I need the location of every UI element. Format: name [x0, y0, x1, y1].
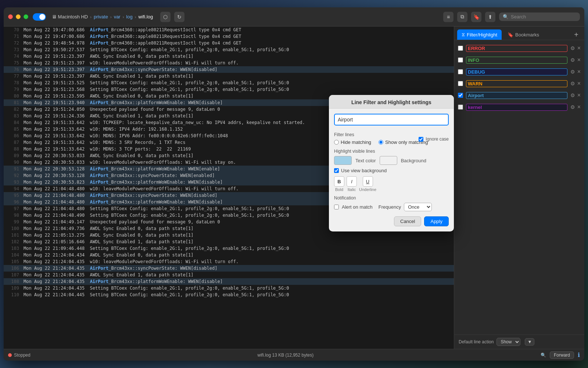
bookmark-icon[interactable]: ⬡: [160, 12, 171, 22]
hide-matching-radio[interactable]: [334, 140, 339, 145]
filter-checkbox-kernel[interactable]: [458, 105, 463, 110]
line-number: 84: [6, 119, 19, 126]
filter-gear-warn[interactable]: ⚙: [570, 81, 575, 86]
tab-bookmarks[interactable]: 🔖 Bookmarks: [503, 29, 544, 40]
log-text: Mon Aug 22 19:51:23.397 AirPort_Brcm43xx…: [24, 66, 452, 73]
minimize-button[interactable]: [16, 14, 21, 19]
show-only-matching-radio[interactable]: [379, 140, 383, 145]
filter-close-error[interactable]: ×: [577, 45, 581, 52]
status-text: Stopped: [14, 353, 31, 358]
line-number: 73: [6, 46, 19, 53]
titlebar: 🖥 Macintosh HD › private › var › log › w…: [4, 7, 584, 26]
log-line: 76Mon Aug 22 19:51:23.397 AirPort_Brcm43…: [4, 66, 454, 73]
dialog-title: Line Filter and Highlight settings: [334, 99, 449, 105]
filter-checkbox-info[interactable]: [458, 57, 463, 63]
line-number: 91: [6, 166, 19, 172]
add-filter-button[interactable]: +: [571, 29, 581, 40]
line-number: 86: [6, 132, 19, 139]
filter-checkbox-error[interactable]: [458, 46, 463, 51]
line-number: 77: [6, 73, 19, 79]
filter-checkbox-warn[interactable]: [458, 81, 463, 86]
line-number: 72: [6, 40, 19, 46]
statusbar: Stopped wifi.log 13 KB (12,952 bytes) 🔍 …: [4, 349, 584, 361]
refresh-button[interactable]: ↻: [174, 12, 184, 22]
line-number: 83: [6, 113, 19, 119]
log-line: 77Mon Aug 22 19:51:23.397 AWDL Sync Enab…: [4, 73, 454, 79]
log-line: 74Mon Aug 22 19:51:23.397 AWDL Sync Enab…: [4, 53, 454, 60]
filter-close-kernel[interactable]: ×: [577, 104, 581, 110]
apply-button[interactable]: Apply: [424, 216, 449, 226]
notification-section: Notification Alert on match Frequency On…: [334, 195, 449, 211]
text-color-swatch[interactable]: [334, 156, 352, 165]
ignore-case-checkbox[interactable]: [419, 137, 423, 142]
line-number: 98: [6, 212, 19, 219]
use-view-bg-checkbox[interactable]: [334, 168, 339, 173]
use-view-bg-label: Use view background: [341, 168, 387, 173]
bg-color-swatch[interactable]: [380, 156, 397, 165]
line-number: 80: [6, 93, 19, 99]
ignore-case-label: Ignore case: [426, 137, 449, 142]
share-icon[interactable]: ⬆: [485, 12, 495, 22]
log-text: Mon Aug 22 21:24:04.435 w10: leaveModule…: [24, 258, 452, 265]
filter-list: ERROR⚙×INFO⚙×DEBUG⚙×WARN⚙×Airport⚙×kerne…: [454, 40, 584, 335]
log-line: 79Mon Aug 22 19:51:23.568 Setting BTCoex…: [4, 86, 454, 93]
filter-close-info[interactable]: ×: [577, 57, 581, 63]
default-action-select[interactable]: Show Hide: [496, 338, 520, 346]
search-bar: 🔍: [499, 13, 580, 21]
breadcrumb-macintosh: 🖥 Macintosh HD: [52, 14, 88, 20]
cancel-button[interactable]: Cancel: [394, 216, 421, 226]
filter-close-warn[interactable]: ×: [577, 80, 581, 87]
log-line: 104Mon Aug 22 21:24:04.434 AWDL Sync Ena…: [4, 252, 454, 258]
filter-close-airport[interactable]: ×: [577, 92, 581, 99]
filter-gear-debug[interactable]: ⚙: [570, 69, 575, 75]
bookmark-tab-icon: 🔖: [508, 32, 513, 38]
log-text: Mon Aug 22 19:51:23.525 Setting BTCoex C…: [24, 79, 452, 86]
breadcrumb-log[interactable]: log: [126, 14, 132, 20]
fullscreen-button[interactable]: [24, 14, 28, 19]
filter-label-debug: DEBUG: [466, 68, 567, 75]
close-button[interactable]: [8, 14, 13, 19]
breadcrumb-var[interactable]: var: [114, 14, 121, 20]
filter-gear-kernel[interactable]: ⚙: [570, 104, 575, 110]
italic-button[interactable]: I: [347, 176, 357, 187]
line-number: 99: [6, 219, 19, 225]
line-number: 105: [6, 258, 19, 265]
tab-filter-highlight[interactable]: ⧖ Filter/Highlight: [457, 29, 502, 40]
log-line: 73Mon Aug 22 19:50:27.537 Setting BTCoex…: [4, 46, 454, 53]
filter-checkbox-airport[interactable]: [458, 93, 463, 98]
log-text: Mon Aug 22 21:05:13.275 AWDL Sync Enable…: [24, 232, 452, 238]
alert-on-match-checkbox[interactable]: [334, 205, 339, 209]
default-action-dropdown[interactable]: ▼: [525, 338, 534, 346]
sidebar-footer: Default line action Show Hide ▼: [454, 335, 584, 349]
hide-matching-option[interactable]: Hide matching: [334, 139, 371, 145]
filter-input[interactable]: [334, 114, 449, 125]
breadcrumb-private[interactable]: private: [94, 14, 108, 20]
info-button[interactable]: ℹ: [578, 351, 580, 358]
line-number: 82: [6, 106, 19, 113]
zoom-icon: 🔍: [541, 353, 546, 358]
line-number: 108: [6, 278, 19, 285]
tag-icon[interactable]: 🔖: [471, 12, 481, 22]
filter-gear-info[interactable]: ⚙: [570, 57, 575, 63]
search-input[interactable]: [511, 14, 573, 20]
filter-gear-error[interactable]: ⚙: [570, 45, 575, 51]
filter-close-debug[interactable]: ×: [577, 68, 581, 75]
forward-button[interactable]: Forward: [550, 351, 574, 359]
filter-label-error: ERROR: [466, 45, 567, 52]
filter-checkbox-debug[interactable]: [458, 69, 463, 74]
lines-icon[interactable]: ≡: [443, 12, 453, 22]
log-text: Mon Aug 22 19:47:00.686 AirPort_Brcm4360…: [24, 26, 452, 33]
log-line: 108Mon Aug 22 21:24:04.435 AirPort_Brcm4…: [4, 278, 454, 285]
frequency-select[interactable]: Once Always Never: [404, 203, 432, 211]
bold-button[interactable]: B: [334, 176, 344, 187]
layout-icon[interactable]: ⧉: [457, 12, 467, 22]
log-line: 71Mon Aug 22 19:47:00.686 AirPort_Brcm43…: [4, 33, 454, 40]
underline-button[interactable]: U: [363, 176, 373, 187]
use-view-bg-row: Use view background: [334, 168, 449, 173]
filter-gear-airport[interactable]: ⚙: [570, 92, 575, 98]
toggle-switch[interactable]: [33, 13, 46, 21]
line-number: 70: [6, 26, 19, 33]
log-line: 105Mon Aug 22 21:24:04.435 w10: leaveMod…: [4, 258, 454, 265]
line-number: 109: [6, 285, 19, 291]
line-number: 96: [6, 199, 19, 205]
